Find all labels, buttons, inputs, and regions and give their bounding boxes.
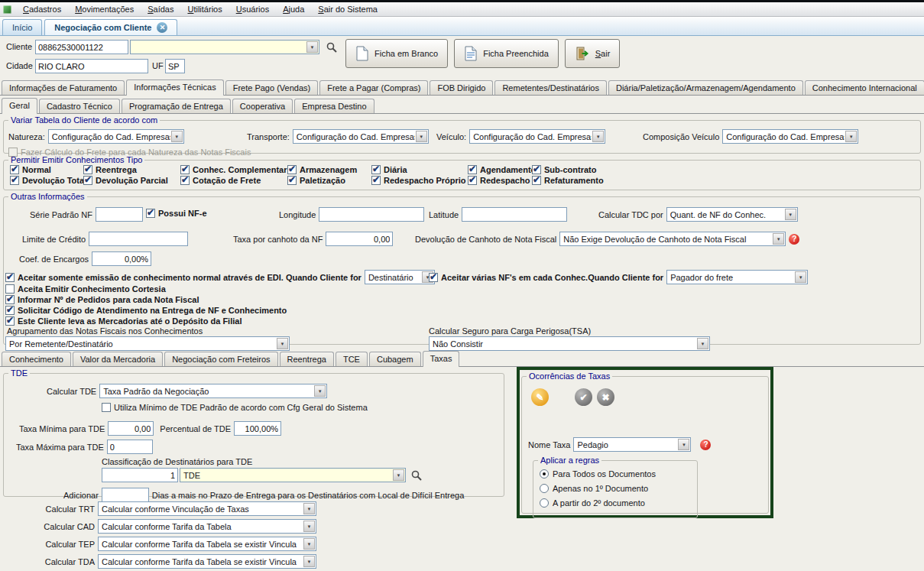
application-window: Cadastros Movimentações Saídas Utilitári… xyxy=(0,0,924,571)
percentual-tde-input[interactable] xyxy=(234,421,281,436)
devolucao-canhoto-select[interactable]: Não Exige Devolução de Canhoto de Nota F… xyxy=(559,232,786,246)
nome-taxa-select[interactable]: Pedagio xyxy=(573,437,691,452)
checkbox-normal[interactable]: Normal xyxy=(10,165,83,174)
tab-reentrega[interactable]: Reentrega xyxy=(280,352,334,366)
tab-conhecimento-internacional[interactable]: Conhecimento Internacional xyxy=(805,80,924,95)
search-icon[interactable] xyxy=(410,469,423,482)
varias-nfs-cliente-select[interactable]: Pagador do frete xyxy=(666,270,808,284)
checkbox-devolucao-total[interactable]: Devolução Total xyxy=(10,176,83,185)
calcular-cad-label: Calcular CAD xyxy=(3,522,95,531)
calcular-tde-select[interactable]: Taxa Padrão da Negociação xyxy=(99,384,327,398)
check-icon[interactable] xyxy=(575,388,592,406)
tab-cooperativa[interactable]: Cooperativa xyxy=(232,99,293,113)
calcular-tda-select[interactable]: Calcular conforme Tarifa da Tabela se ex… xyxy=(98,554,316,569)
taxa-maxima-input[interactable] xyxy=(107,440,153,454)
latitude-input[interactable] xyxy=(462,207,567,222)
tab-taxas[interactable]: Taxas xyxy=(423,351,460,367)
close-tab-icon[interactable] xyxy=(157,22,167,33)
utiliza-minimo-tde-checkbox[interactable]: Utiliza Mínimo de TDE Padrão de acordo c… xyxy=(102,403,368,412)
checkbox-devolucao-parcial[interactable]: Devolução Parcial xyxy=(83,176,180,185)
search-icon[interactable] xyxy=(326,41,338,54)
checkbox-box xyxy=(10,165,19,174)
menu-ajuda[interactable]: Ajuda xyxy=(277,4,310,15)
tab-remetentes-destinatarios[interactable]: Remetentes/Destinatários xyxy=(494,80,607,95)
cidade-input[interactable] xyxy=(35,59,148,73)
cliente-name-combo[interactable] xyxy=(130,40,319,54)
codigo-atendimento-checkbox[interactable]: Solicitar Código de Atendimento na Entre… xyxy=(5,306,287,315)
adicionar-input[interactable] xyxy=(102,488,149,502)
calcular-tep-select[interactable]: Calcular conforme Tarifa da Tabela se ex… xyxy=(98,537,316,551)
calcular-tdc-select[interactable]: Quant. de NF do Conhec. xyxy=(666,207,798,222)
checkbox-cotacao-de-frete[interactable]: Cotação de Frete xyxy=(180,176,287,185)
ficha-preenchida-label: Ficha Preenchida xyxy=(483,49,549,58)
radio-a-partir-segundo[interactable]: A partir do 2º documento xyxy=(540,498,645,508)
edi-cliente-select[interactable]: Destinatário xyxy=(365,270,435,284)
tab-fob-dirigido[interactable]: FOB Dirigido xyxy=(430,80,493,95)
serie-padrao-input[interactable] xyxy=(96,207,143,222)
menu-sair-do-sistema[interactable]: Sair do Sistema xyxy=(312,4,384,15)
limite-credito-input[interactable] xyxy=(89,232,188,246)
checkbox-diaria[interactable]: Diária xyxy=(371,165,468,174)
tab-geral[interactable]: Geral xyxy=(2,98,37,114)
veiculo-select[interactable]: Configuração do Cad. Empresas xyxy=(469,129,605,144)
checkbox-conhec-complementar[interactable]: Conhec. Complementar xyxy=(180,165,287,174)
checkbox-armazenagem[interactable]: Armazenagem xyxy=(287,165,371,174)
tab-cadastro-tecnico[interactable]: Cadastro Técnico xyxy=(39,99,120,113)
tab-frete-a-pagar-compras[interactable]: Frete a Pagar (Compras) xyxy=(319,80,428,95)
calcular-cad-select[interactable]: Calcular conforme Tarifa da Tabela xyxy=(98,519,316,534)
menu-usuarios[interactable]: Usuários xyxy=(230,4,275,15)
classificacao-tde-code-input[interactable] xyxy=(102,468,178,482)
deposito-filial-checkbox[interactable]: Este Cliente leva as Mercadorias até o D… xyxy=(5,316,242,326)
checkbox-paletizacao[interactable]: Paletização xyxy=(287,176,371,185)
tab-tce[interactable]: TCE xyxy=(336,352,368,366)
natureza-select[interactable]: Configuração do Cad. Empresas xyxy=(48,129,184,144)
tab-informacoes-tecnicas[interactable]: Informações Técnicas xyxy=(126,79,223,96)
pedidos-checkbox[interactable]: Informar Nº de Pedidos para cada Nota Fi… xyxy=(5,295,199,304)
checkbox-label: Solicitar Código de Atendimento na Entre… xyxy=(18,306,287,315)
edi-checkbox[interactable]: Aceitar somente emissão de conhecimento … xyxy=(5,273,361,282)
coef-encargos-input[interactable] xyxy=(92,251,151,266)
tab-conhecimento[interactable]: Conhecimento xyxy=(2,352,71,366)
taxa-minima-input[interactable] xyxy=(108,421,154,436)
checkbox-sub-contrato[interactable]: Sub-contrato xyxy=(532,165,920,174)
menu-utilitarios[interactable]: Utilitários xyxy=(181,4,228,15)
sair-button[interactable]: Sair xyxy=(565,39,621,68)
help-icon[interactable] xyxy=(789,234,799,245)
checkbox-reentrega[interactable]: Reentrega xyxy=(83,165,180,174)
tab-negociacao-com-cliente[interactable]: Negociação com Cliente xyxy=(44,19,177,35)
possui-nfe-checkbox[interactable]: Possui NF-e xyxy=(146,209,207,218)
pencil-icon[interactable] xyxy=(531,388,549,406)
checkbox-agendamento[interactable]: Agendamento xyxy=(468,165,532,174)
uf-input[interactable] xyxy=(165,59,185,73)
tab-inicio[interactable]: Início xyxy=(2,19,42,35)
checkbox-refaturamento[interactable]: Refaturamento xyxy=(532,176,920,185)
tab-cubagem[interactable]: Cubagem xyxy=(369,352,421,366)
menu-cadastros[interactable]: Cadastros xyxy=(17,4,67,15)
cliente-code-input[interactable] xyxy=(35,40,128,54)
tab-frete-pago-vendas[interactable]: Frete Pago (Vendas) xyxy=(225,80,319,95)
ficha-preenchida-button[interactable]: Ficha Preenchida xyxy=(454,39,559,68)
checkbox-redespacho-proprio[interactable]: Redespacho Próprio xyxy=(371,176,468,185)
classificacao-tde-select[interactable]: TDE xyxy=(180,468,406,482)
checkbox-redespacho[interactable]: Redespacho xyxy=(468,176,532,185)
tab-negociacao-com-freteiros[interactable]: Negociação com Freteiros xyxy=(164,352,277,366)
radio-todos-documentos[interactable]: Para Todos os Documentos xyxy=(540,469,656,479)
tab-valor-da-mercadoria[interactable]: Valor da Mercadoria xyxy=(73,352,163,366)
tab-empresa-destino[interactable]: Empresa Destino xyxy=(294,99,374,113)
ficha-em-branco-button[interactable]: Ficha em Branco xyxy=(345,39,448,68)
tab-diaria-paletizacao-armazenagem-agendamento[interactable]: Diária/Paletização/Armazenagem/Agendamen… xyxy=(608,80,803,95)
radio-apenas-primeiro[interactable]: Apenas no 1º Documento xyxy=(540,484,648,493)
cancel-icon[interactable] xyxy=(597,388,614,406)
menu-saidas[interactable]: Saídas xyxy=(141,4,180,15)
cortesia-checkbox[interactable]: Aceita Emitir Conhecimento Cortesia xyxy=(5,284,166,294)
taxa-canhoto-input[interactable] xyxy=(326,232,393,246)
varias-nfs-checkbox[interactable]: Aceitar várias NF's em cada Conhec.Quand… xyxy=(429,273,663,282)
composicao-veiculo-select[interactable]: Configuração do Cad. Empresas xyxy=(722,129,858,144)
tab-informacoes-de-faturamento[interactable]: Informações de Faturamento xyxy=(2,80,125,95)
menu-movimentacoes[interactable]: Movimentações xyxy=(69,4,140,15)
tab-programacao-de-entrega[interactable]: Programação de Entrega xyxy=(122,99,231,113)
longitude-input[interactable] xyxy=(319,207,424,222)
transporte-select[interactable]: Configuração do Cad. Empresas xyxy=(293,129,429,144)
help-icon[interactable] xyxy=(700,440,711,450)
calcular-trt-select[interactable]: Calcular conforme Vinculação de Taxas xyxy=(98,501,316,516)
